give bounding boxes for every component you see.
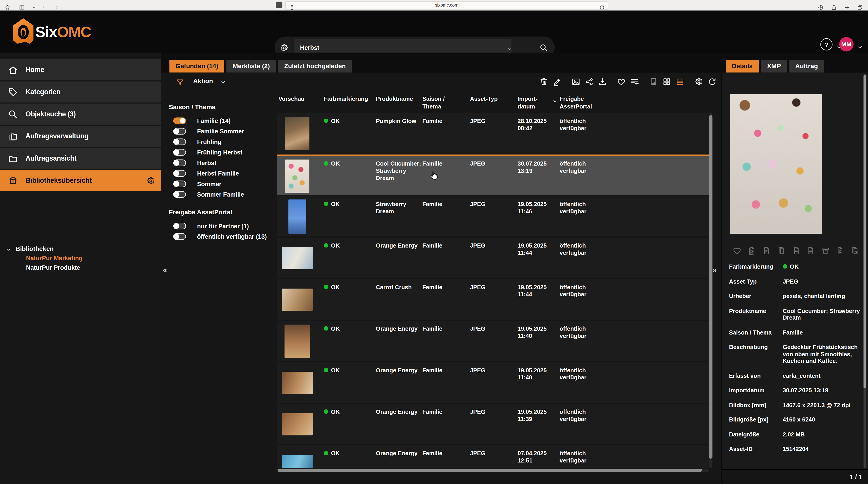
details-scrollbar[interactable] [864,74,866,468]
scrollbar-thumb[interactable] [709,115,713,459]
detail-field-dateigr-e: Dateigröße2.02 MB [729,431,861,438]
filter-toggle-fr-hling-herbst[interactable]: Frühling Herbst [169,147,277,157]
scrollbar-thumb[interactable] [278,468,702,472]
filter-toggle-familie-14[interactable]: Familie (14) [169,115,277,126]
app-logo-text[interactable]: SixOMC [35,24,91,41]
settings-icon[interactable] [694,77,704,86]
filter-label: Herbst Familie [197,170,239,176]
collapse-filter-panel-button[interactable]: « [163,265,167,274]
filter-toggle-ffentlich-verf-gbar-13[interactable]: öffentlich verfügbar (13) [169,231,277,241]
table-row[interactable]: OKCool Cucumber; Strawberry DreamFamilie… [277,154,709,195]
toggle-switch[interactable] [174,170,186,176]
favorite-icon[interactable] [617,77,626,86]
search-settings-icon[interactable] [280,42,289,52]
filter-toggle-fr-hling[interactable]: Frühling [169,136,277,147]
filter-toggle-herbst[interactable]: Herbst [169,158,277,168]
rating-icon[interactable] [762,245,771,255]
tab-details[interactable]: Details [725,60,759,73]
tree-node-naturpur-marketing[interactable]: NaturPur Marketing [0,254,161,263]
column-header-saison-thema[interactable]: Saison / Thema [422,95,444,110]
filter-toggle-nur-f-r-partner-1[interactable]: nur für Partner (1) [169,220,277,231]
app-logo-icon[interactable] [12,18,34,44]
settings-icon[interactable] [146,176,156,186]
filter-toggle-herbst-familie[interactable]: Herbst Familie [169,168,277,178]
table-row[interactable]: OKPumpkin GlowFamilieJPEG28.10.2025 08:4… [277,113,709,153]
funnel-icon[interactable] [176,77,184,86]
favorite-icon[interactable] [733,245,742,255]
archive-icon[interactable] [821,245,830,255]
lock-document-icon[interactable] [835,245,845,255]
collapse-details-panel-button[interactable]: » [713,265,717,274]
table-row[interactable]: OKOrange EnergyFamilieJPEG19.05.2025 11:… [277,404,709,444]
download-icon[interactable] [598,77,607,86]
chevron-down-icon[interactable] [506,44,513,51]
import-document-icon[interactable] [791,245,801,255]
copy-document-icon[interactable] [777,245,786,255]
sidebar-item-kategorien[interactable]: Kategorien [0,82,161,103]
toggle-switch[interactable] [174,180,186,187]
tab-zuletzt-hochgeladen[interactable]: Zuletzt hochgeladen [278,60,352,73]
column-header-asset-typ[interactable]: Asset-Typ [470,95,497,103]
tab-xmp[interactable]: XMP [761,60,787,73]
toggle-switch[interactable] [174,128,186,134]
sidebar-item-auftragsverwaltung[interactable]: Auftragsverwaltung [0,126,161,147]
scrollbar-thumb[interactable] [864,76,866,389]
vertical-scrollbar[interactable] [709,113,713,468]
table-row[interactable]: OKStrawberry DreamFamilieJPEG19.05.2025 … [277,196,709,237]
duplicate-document-icon[interactable] [850,245,860,255]
tree-node-bibliotheken[interactable]: Bibliotheken [0,244,161,254]
release-cell: öffentlich verfügbar [560,242,586,257]
edit-icon[interactable] [553,77,562,86]
tree-node-naturpur-produkte[interactable]: NaturPur Produkte [0,263,161,273]
sidebar-item-objektsuche-3[interactable]: Objektsuche (3) [0,104,161,124]
column-header-freigabe-assetportal[interactable]: Freigabe AssetPortal [560,95,592,110]
toggle-switch[interactable] [174,117,186,124]
sidebar-item-home[interactable]: Home [0,59,161,80]
sidebar-item-bibliotheks-bersicht[interactable]: Bibliotheksübersicht [0,170,161,191]
toggle-switch[interactable] [174,222,186,229]
table-row[interactable]: OKOrange EnergyFamilieJPEG19.05.2025 11:… [277,237,709,278]
list-view-icon[interactable] [675,77,685,86]
preview-pane-icon[interactable] [649,77,658,86]
tab-merkliste-2[interactable]: Merkliste (2) [226,60,276,73]
type-cell: JPEG [470,450,486,457]
tab-auftrag[interactable]: Auftrag [789,60,824,73]
delete-icon[interactable] [539,77,549,86]
add-to-list-icon[interactable] [630,77,640,86]
image-icon[interactable] [571,77,581,86]
column-header-import-datum[interactable]: Import- datum [518,95,537,110]
toggle-switch[interactable] [174,138,186,145]
extension-icon[interactable] [276,2,282,8]
chevron-down-icon[interactable] [857,41,864,48]
export-document-icon[interactable] [806,245,815,255]
address-bar[interactable]: sixomc.com [285,1,609,10]
action-menu-button[interactable]: Aktion [193,78,223,85]
horizontal-scrollbar[interactable] [277,468,709,472]
search-submit-icon[interactable] [539,42,549,52]
filter-toggle-familie-sommer[interactable]: Familie Sommer [169,126,277,136]
tag-icon [8,87,18,97]
avatar[interactable]: MM [839,37,854,52]
refresh-icon[interactable] [708,77,717,86]
sort-chevron-icon[interactable] [552,96,558,102]
table-row[interactable]: OKOrange EnergyFamilieJPEG07.04.2025 12:… [277,445,709,468]
asset-preview-image[interactable] [730,94,822,234]
table-row[interactable]: OKOrange EnergyFamilieJPEG19.05.2025 11:… [277,362,709,403]
column-header-produktname[interactable]: Produktname [376,95,413,103]
help-button[interactable]: ? [820,38,833,51]
toggle-switch[interactable] [174,233,186,239]
filter-toggle-sommer[interactable]: Sommer [169,178,277,189]
toggle-switch[interactable] [174,191,186,198]
table-row[interactable]: OKCarrot CrushFamilieJPEG19.05.2025 11:4… [277,279,709,320]
column-header-farbmarkierung[interactable]: Farbmarkierung [324,95,368,103]
share-icon[interactable] [585,77,594,86]
grid-view-icon[interactable] [662,77,672,86]
filter-toggle-sommer-familie[interactable]: Sommer Familie [169,189,277,199]
toggle-switch[interactable] [174,159,186,166]
version-history-icon[interactable] [747,245,757,255]
column-header-vorschau[interactable]: Vorschau [278,95,304,103]
toggle-switch[interactable] [174,149,186,155]
table-row[interactable]: OKOrange EnergyFamilieJPEG19.05.2025 11:… [277,321,709,361]
sidebar-item-auftragsansicht[interactable]: Auftragsansicht [0,148,161,169]
tab-gefunden-14[interactable]: Gefunden (14) [169,60,224,73]
